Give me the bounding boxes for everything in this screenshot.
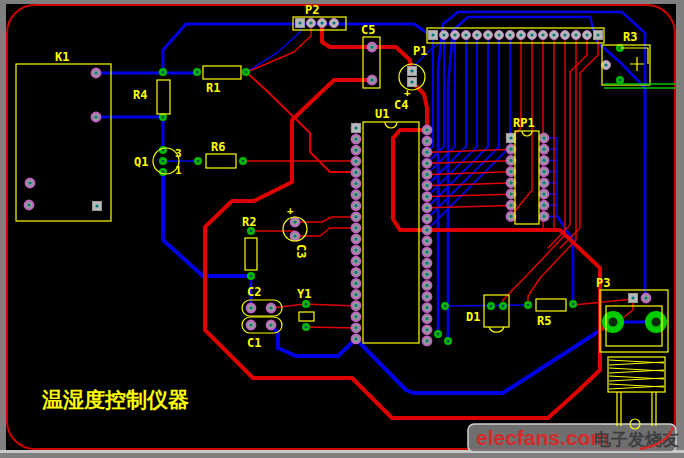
- pad-hole: [332, 21, 335, 24]
- q1-pin-3-label: 3: [175, 147, 182, 160]
- pad-hole: [425, 184, 428, 187]
- via-hole: [502, 305, 505, 308]
- pad-large-hole: [652, 318, 661, 327]
- pad-hole: [542, 148, 545, 151]
- via-hole: [196, 71, 199, 74]
- pad-large-hole: [609, 318, 618, 327]
- pad-hole: [509, 192, 512, 195]
- pad-hole: [410, 69, 413, 72]
- designator-c4[interactable]: C4: [394, 98, 408, 112]
- q1-pin-1-label: 1: [175, 164, 182, 177]
- pad-hole: [95, 204, 98, 207]
- designator-c1[interactable]: C1: [247, 336, 261, 350]
- via-hole: [490, 305, 493, 308]
- pad-hole: [542, 181, 545, 184]
- pad-hole: [354, 226, 357, 229]
- pad-hole: [354, 293, 357, 296]
- pad-hole: [354, 193, 357, 196]
- pad-hole: [354, 126, 357, 129]
- via-hole: [162, 71, 165, 74]
- pad-hole: [94, 115, 97, 118]
- designator-r4[interactable]: R4: [133, 88, 147, 102]
- pad-hole: [425, 328, 428, 331]
- pad-hole: [354, 182, 357, 185]
- designator-c5[interactable]: C5: [361, 23, 375, 37]
- designator-r6[interactable]: R6: [211, 140, 225, 154]
- pcb-canvas[interactable]: K1 R4 R1 R6 Q1 3 1 R2 + C3 C2 C1 Y1 C5 +…: [0, 0, 684, 458]
- pad-hole: [249, 323, 252, 326]
- pad-hole: [298, 21, 301, 24]
- designator-r1[interactable]: R1: [206, 81, 220, 95]
- pad-hole: [497, 33, 500, 36]
- pad-hole: [486, 33, 489, 36]
- via-hole: [197, 160, 200, 163]
- pad-hole: [370, 78, 373, 81]
- pad-hole: [354, 271, 357, 274]
- via-hole: [437, 333, 440, 336]
- pad-hole: [320, 21, 323, 24]
- pad-hole: [509, 181, 512, 184]
- pad-hole: [94, 71, 97, 74]
- designator-d1[interactable]: D1: [466, 310, 480, 324]
- pad-hole: [542, 136, 545, 139]
- pad-hole: [425, 306, 428, 309]
- pad-hole: [585, 33, 588, 36]
- designator-p3[interactable]: P3: [596, 276, 610, 290]
- board-title[interactable]: 温湿度控制仪器: [41, 388, 189, 412]
- pad-hole: [442, 33, 445, 36]
- pad-hole: [425, 339, 428, 342]
- watermark-brand-text: elecfans.com: [476, 426, 609, 449]
- pad-hole: [542, 159, 545, 162]
- pad-hole: [453, 33, 456, 36]
- pad-hole: [509, 204, 512, 207]
- pad-hole: [425, 317, 428, 320]
- pad-hole: [464, 33, 467, 36]
- designator-r5[interactable]: R5: [537, 314, 551, 328]
- via-hole: [527, 304, 530, 307]
- pad-hole: [542, 215, 545, 218]
- pad-hole: [644, 296, 647, 299]
- pad-hole: [354, 149, 357, 152]
- pad-hole: [269, 323, 272, 326]
- pad-hole: [354, 171, 357, 174]
- designator-p2[interactable]: P2: [305, 3, 319, 17]
- pad-hole: [631, 296, 634, 299]
- pad-hole: [425, 228, 428, 231]
- pad-hole: [542, 170, 545, 173]
- designator-c2[interactable]: C2: [247, 285, 261, 299]
- pad-hole: [431, 33, 434, 36]
- pad-hole: [354, 249, 357, 252]
- pad-hole: [354, 260, 357, 263]
- designator-r3[interactable]: R3: [623, 30, 637, 44]
- pad-hole: [425, 217, 428, 220]
- pcb-editor-window: K1 R4 R1 R6 Q1 3 1 R2 + C3 C2 C1 Y1 C5 +…: [0, 0, 684, 458]
- pad-hole: [541, 33, 544, 36]
- via-hole: [250, 275, 253, 278]
- trace[interactable]: [445, 305, 528, 306]
- pad-hole: [269, 306, 272, 309]
- pad-hole: [249, 306, 252, 309]
- pad-hole: [425, 251, 428, 254]
- pad-hole: [509, 215, 512, 218]
- designator-y1[interactable]: Y1: [297, 287, 311, 301]
- via-hole: [572, 303, 575, 306]
- designator-u1[interactable]: U1: [375, 107, 389, 121]
- pad-hole: [354, 326, 357, 329]
- via-hole: [444, 305, 447, 308]
- pad-hole: [425, 206, 428, 209]
- designator-p1[interactable]: P1: [413, 44, 427, 58]
- pad-hole: [563, 33, 566, 36]
- designator-r2[interactable]: R2: [242, 215, 256, 229]
- designator-rp1[interactable]: RP1: [513, 116, 535, 130]
- designator-q1[interactable]: Q1: [134, 155, 148, 169]
- pad-hole: [354, 337, 357, 340]
- pad-hole: [519, 33, 522, 36]
- pad-hole: [509, 170, 512, 173]
- via-hole: [305, 303, 308, 306]
- pad-hole: [425, 262, 428, 265]
- trace[interactable]: [306, 327, 356, 328]
- designator-c3[interactable]: C3: [294, 244, 308, 258]
- designator-k1[interactable]: K1: [55, 50, 69, 64]
- via-hole: [250, 230, 253, 233]
- pad-hole: [293, 234, 296, 237]
